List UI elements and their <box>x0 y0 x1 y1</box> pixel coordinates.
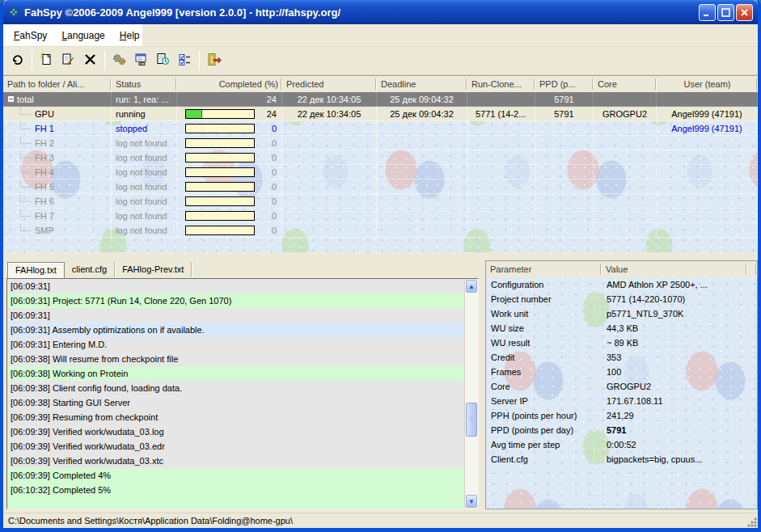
predicted-cell <box>282 179 377 194</box>
client-name-cell: FH 1 <box>3 121 112 136</box>
column-header[interactable]: User (team) <box>657 76 758 92</box>
toolbar-button-exit-door[interactable] <box>203 50 225 72</box>
run-clone-cell <box>467 150 535 165</box>
grid-row-smp[interactable]: SMPlog not found0 <box>3 223 758 238</box>
completed-cell: 0 <box>177 209 282 223</box>
user-team-cell <box>657 165 758 179</box>
core-cell: GROGPU2 <box>594 107 657 121</box>
status-cell: log not found <box>112 150 177 165</box>
log-view[interactable]: [06:09:31][06:09:31] Project: 5771 (Run … <box>6 278 479 509</box>
param-row-server-ip[interactable]: Server IP171.67.108.11 <box>486 394 757 408</box>
resize-grip[interactable] <box>746 517 757 527</box>
column-header[interactable]: Path to folder / Ali... <box>3 76 112 92</box>
grid-row-fh-7[interactable]: FH 7log not found0 <box>3 209 758 223</box>
run-clone-cell <box>467 209 535 223</box>
grid-row-fh-1[interactable]: FH 1stopped0Angel999 (47191) <box>3 121 758 136</box>
monitor-window-icon <box>134 53 148 70</box>
tab-fahlog-prev-txt[interactable]: FAHlog-Prev.txt <box>115 262 192 277</box>
toolbar-button-refresh[interactable] <box>6 50 28 72</box>
column-header[interactable]: Run-Clone... <box>467 76 535 92</box>
toolbar-button-monitor-window[interactable] <box>130 50 152 72</box>
param-row-client-cfg[interactable]: Client.cfgbigpackets=big, cpuus... <box>486 452 757 467</box>
toolbar-button-delete-client[interactable] <box>79 50 101 72</box>
toolbar-button-new-client[interactable] <box>36 50 57 72</box>
column-header[interactable]: Completed (%) <box>177 76 282 92</box>
header-spacer <box>747 261 757 277</box>
param-row-project-number[interactable]: Project number5771 (14-220-1070) <box>486 292 757 306</box>
client-name-cell: FH 5 <box>3 179 112 194</box>
toolbar-button-checklist[interactable] <box>174 50 196 72</box>
deadline-cell <box>377 223 467 238</box>
tab-client-cfg[interactable]: client.cfg <box>65 262 115 277</box>
menu-item-language[interactable]: Language <box>54 27 112 44</box>
toolbar-button-reload-log[interactable] <box>152 50 174 72</box>
splitter[interactable] <box>3 252 758 260</box>
predicted-cell: 22 дек 10:34:05 <box>282 107 377 121</box>
param-row-wu-result[interactable]: WU result~ 89 KB <box>486 336 757 350</box>
client-name-cell: FH 2 <box>3 136 112 150</box>
parameter-column-header[interactable]: Parameter <box>486 261 602 277</box>
completed-cell: 0 <box>177 194 282 209</box>
scroll-down-icon[interactable]: ▼ <box>466 495 477 508</box>
deadline-cell <box>377 136 467 150</box>
client-name-cell: GPU <box>3 107 112 121</box>
toolbar-separator <box>32 51 32 70</box>
column-header[interactable]: Deadline <box>377 76 467 92</box>
param-row-configuration[interactable]: ConfigurationAMD Athlon XP 2500+, ... <box>486 277 757 292</box>
grid-row-gpu[interactable]: GPUrunning2422 дек 10:34:0525 дек 09:04:… <box>3 107 758 121</box>
predicted-cell <box>282 165 377 179</box>
param-row-credit[interactable]: Credit353 <box>486 350 757 365</box>
menu-item-fahspy[interactable]: FahSpy <box>6 27 54 44</box>
column-header[interactable]: Predicted <box>282 76 377 92</box>
grid-row-fh-4[interactable]: FH 4log not found0 <box>3 165 758 179</box>
param-label: Server IP <box>486 396 602 406</box>
progress-bar <box>185 153 255 163</box>
column-header[interactable]: Status <box>112 76 177 92</box>
completed-value: 0 <box>260 226 277 235</box>
status-cell: run: 1, rea: ... <box>112 92 177 107</box>
close-button[interactable] <box>736 4 753 21</box>
tab-fahlog-txt[interactable]: FAHlog.txt <box>7 262 65 278</box>
param-value: p5771_NTL9_370K <box>602 309 757 319</box>
param-row-frames[interactable]: Frames100 <box>486 365 757 379</box>
menu-bar: FahSpyLanguageHelp <box>3 24 758 47</box>
scroll-up-icon[interactable]: ▲ <box>466 280 477 293</box>
param-row-ppd-points-per-day-[interactable]: PPD (points per day)5791 <box>486 423 757 437</box>
user-team-cell <box>657 136 758 150</box>
param-row-wu-size[interactable]: WU size44,3 KB <box>486 321 757 336</box>
core-cell <box>594 92 657 107</box>
log-scrollbar[interactable]: ▲ ▼ <box>464 279 478 509</box>
minimize-button[interactable] <box>699 4 716 21</box>
progress-bar <box>185 124 255 133</box>
predicted-cell <box>282 194 377 209</box>
param-row-core[interactable]: CoreGROGPU2 <box>486 379 757 394</box>
client-name-cell: −total <box>3 92 112 107</box>
param-label: Frames <box>486 367 602 377</box>
grid-row-fh-6[interactable]: FH 6log not found0 <box>3 194 758 209</box>
param-label: WU result <box>486 338 602 348</box>
title-bar[interactable]: FahSpy ©2006-2009 Angel999 [version 2.0.… <box>3 0 758 24</box>
grid-row-fh-2[interactable]: FH 2log not found0 <box>3 136 758 150</box>
predicted-cell <box>282 209 377 223</box>
toolbar-button-edit-client[interactable] <box>57 50 79 72</box>
log-line: [06:10:32] Completed 5% <box>7 483 464 497</box>
client-name-cell: FH 7 <box>3 209 112 223</box>
maximize-button[interactable] <box>717 4 734 21</box>
grid-row-total[interactable]: −totalrun: 1, rea: ...2422 дек 10:34:052… <box>3 92 758 107</box>
status-cell: log not found <box>112 209 177 223</box>
value-column-header[interactable]: Value <box>602 261 747 277</box>
completed-value: 0 <box>260 211 277 221</box>
scroll-thumb[interactable] <box>466 403 477 437</box>
param-label: Configuration <box>486 280 602 289</box>
column-header[interactable]: PPD (p... <box>535 76 594 92</box>
toolbar-button-options-gears[interactable] <box>108 50 130 72</box>
param-label: Avg time per step <box>486 440 602 450</box>
param-row-work-unit[interactable]: Work unitp5771_NTL9_370K <box>486 306 757 321</box>
grid-row-fh-5[interactable]: FH 5log not found0 <box>3 179 758 194</box>
param-row-avg-time-per-step[interactable]: Avg time per step0:00:52 <box>486 437 757 452</box>
param-row-pph-points-per-hour-[interactable]: PPH (points per hour)241,29 <box>486 408 757 423</box>
tree-branch-icon <box>20 224 31 231</box>
column-header[interactable]: Core <box>594 76 657 92</box>
collapse-icon[interactable]: − <box>7 95 15 103</box>
grid-row-fh-3[interactable]: FH 3log not found0 <box>3 150 758 165</box>
